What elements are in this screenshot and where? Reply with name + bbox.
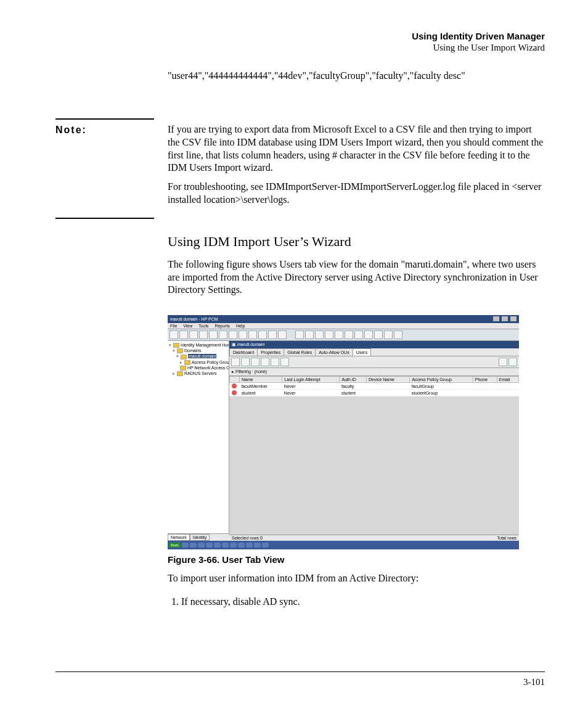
cell-name: student — [240, 390, 282, 396]
tool-icon[interactable] — [335, 330, 343, 339]
tree-domain-selected[interactable]: maruti.domain — [169, 353, 227, 359]
refresh-icon[interactable] — [189, 330, 198, 339]
minimize-icon[interactable] — [493, 316, 499, 321]
col-phone[interactable]: Phone — [473, 377, 497, 383]
status-total: Total rows — [497, 536, 517, 540]
section-body: Using IDM Import User’s Wizard The follo… — [168, 234, 545, 607]
taskbar-item[interactable] — [190, 543, 197, 548]
tool-icon[interactable] — [374, 330, 383, 339]
bottom-tab-identity[interactable]: Identity — [190, 534, 210, 541]
taskbar-item[interactable] — [238, 543, 245, 548]
col-last-login[interactable]: Last Login Attempt — [282, 377, 340, 383]
col-email[interactable]: Email — [497, 377, 518, 383]
tool-icon[interactable] — [219, 330, 227, 339]
step-1: If necessary, disable AD sync. — [181, 596, 545, 607]
table-row[interactable]: facultMember Never faculty facultGroup — [230, 383, 519, 390]
tab-users[interactable]: Users — [353, 348, 371, 356]
taskbar-item[interactable] — [214, 543, 221, 548]
print-icon[interactable] — [209, 330, 218, 339]
taskbar-item[interactable] — [246, 543, 253, 548]
section-heading: Using IDM Import User’s Wizard — [168, 234, 545, 250]
start-button[interactable]: Start — [169, 543, 181, 548]
tree-domains[interactable]: Domains — [169, 348, 227, 353]
page-number: 3-101 — [523, 677, 545, 688]
menu-view[interactable]: View — [183, 324, 192, 328]
taskbar-item[interactable] — [206, 543, 213, 548]
settings-icon[interactable] — [508, 358, 517, 366]
tree-child-nac[interactable]: HP Network Access Control — [169, 365, 227, 371]
col-apg[interactable]: Access Policy Group — [410, 377, 473, 383]
note-label-column: Note: — [55, 118, 154, 219]
col-name[interactable]: Name — [240, 377, 282, 383]
ss-breadcrumb: ▣ maruti.domain — [229, 341, 519, 348]
table-row[interactable]: student Never student studentGroup — [230, 390, 519, 396]
search-icon[interactable] — [295, 330, 304, 339]
ss-tree-bottom-tabs: Network Identity — [168, 533, 229, 541]
nav-forward-icon[interactable] — [179, 330, 188, 339]
tool-icon[interactable] — [384, 330, 393, 339]
steps-list: If necessary, disable AD sync. — [168, 596, 545, 607]
tab-properties[interactable]: Properties — [257, 348, 284, 356]
tool-icon[interactable] — [354, 330, 363, 339]
home-icon[interactable] — [199, 330, 208, 339]
col-icon[interactable] — [230, 377, 240, 383]
tool-icon[interactable] — [315, 330, 324, 339]
import-icon[interactable] — [261, 358, 269, 366]
tool-icon[interactable] — [364, 330, 373, 339]
tool-icon[interactable] — [345, 330, 353, 339]
ss-content-pane: ▣ maruti.domain Dashboard Properties Glo… — [229, 341, 519, 538]
menu-file[interactable]: File — [170, 324, 177, 328]
col-auth-id[interactable]: Auth ID — [340, 377, 367, 383]
menu-help[interactable]: Help — [236, 324, 245, 328]
nav-back-icon[interactable] — [169, 330, 178, 339]
tool-icon[interactable] — [394, 330, 402, 339]
menu-reports[interactable]: Reports — [214, 324, 230, 328]
folder-icon — [180, 366, 186, 371]
tree-domain-selected-label: maruti.domain — [188, 354, 216, 358]
tool-icon[interactable] — [278, 330, 287, 339]
ss-window-buttons — [492, 316, 517, 322]
tool-icon[interactable] — [248, 330, 257, 339]
body-column: "user44","444444444444","44dev","faculty… — [168, 70, 545, 81]
tool-icon[interactable] — [239, 330, 247, 339]
delete-user-icon[interactable] — [251, 358, 259, 366]
tree-radius[interactable]: RADIUS Servers — [169, 371, 227, 376]
ss-menu-bar: File View Tools Reports Help — [168, 323, 519, 329]
print-icon[interactable] — [499, 358, 507, 366]
tree-child-apg[interactable]: Access Policy Groups — [169, 359, 227, 365]
taskbar-item[interactable] — [222, 543, 229, 548]
edit-user-icon[interactable] — [241, 358, 250, 366]
ss-nav-tree: Identity Management Home Domains maruti.… — [168, 341, 229, 538]
taskbar-item[interactable] — [254, 543, 261, 548]
add-user-icon[interactable] — [231, 358, 240, 366]
export-icon[interactable] — [271, 358, 279, 366]
menu-tools[interactable]: Tools — [198, 324, 208, 328]
tree-root[interactable]: Identity Management Home — [169, 342, 227, 348]
tool-icon[interactable] — [268, 330, 277, 339]
bottom-tab-network[interactable]: Network — [168, 534, 190, 541]
tool-icon[interactable] — [258, 330, 267, 339]
folder-icon — [177, 348, 183, 353]
os-taskbar: Start — [168, 541, 519, 549]
user-icon — [232, 390, 237, 395]
tool-icon[interactable] — [229, 330, 237, 339]
tab-global-rules[interactable]: Global Rules — [284, 348, 316, 356]
refresh-icon[interactable] — [280, 358, 289, 366]
ss-empty-area — [229, 396, 519, 538]
tree-child-label: HP Network Access Control — [187, 366, 229, 370]
tool-icon[interactable] — [325, 330, 333, 339]
maximize-icon[interactable] — [502, 316, 508, 321]
taskbar-item[interactable] — [182, 543, 189, 548]
note-paragraph-1: If you are trying to export data from Mi… — [168, 123, 545, 174]
tab-auto-allow-ous[interactable]: Auto-Allow OUs — [315, 348, 353, 356]
filter-icon[interactable] — [305, 330, 314, 339]
close-icon[interactable] — [510, 316, 517, 321]
col-device-name[interactable]: Device Name — [366, 377, 409, 383]
tab-dashboard[interactable]: Dashboard — [229, 348, 258, 356]
note-label: Note: — [55, 125, 154, 136]
tree-domains-label: Domains — [184, 348, 202, 353]
ss-filter-bar[interactable]: ▸ Filtering : (none) — [229, 368, 519, 376]
taskbar-item[interactable] — [230, 543, 237, 548]
taskbar-item[interactable] — [262, 543, 269, 548]
taskbar-item[interactable] — [198, 543, 205, 548]
